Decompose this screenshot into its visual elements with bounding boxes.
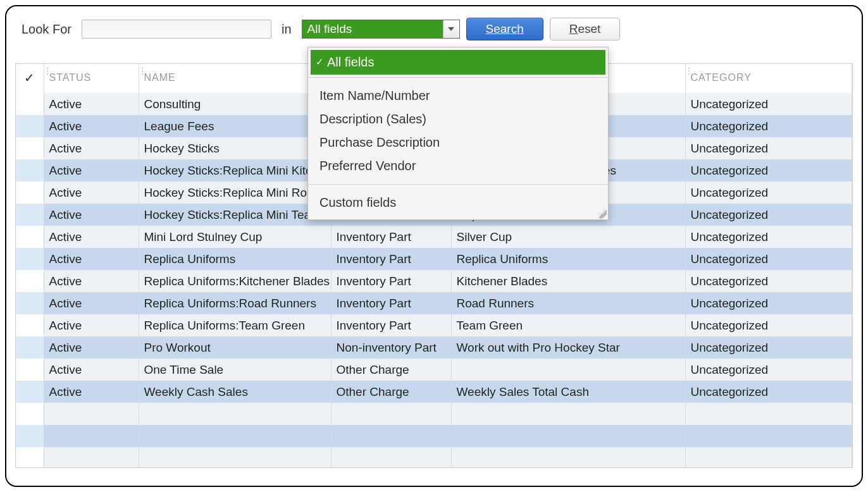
row-check-cell[interactable] xyxy=(16,159,44,181)
cell-status: Active xyxy=(44,248,139,270)
cell-name: One Time Sale xyxy=(139,359,331,381)
cell-description xyxy=(451,425,685,447)
row-check-cell[interactable] xyxy=(16,314,44,336)
cell-type: Inventory Part xyxy=(331,248,451,270)
cell-category: Uncategorized xyxy=(685,137,852,159)
cell-status: Active xyxy=(44,115,139,137)
cell-type: Non-inventory Part xyxy=(331,336,451,359)
row-check-cell[interactable] xyxy=(16,403,44,425)
cell-status: Active xyxy=(44,336,139,359)
cell-name: Replica Uniforms:Road Runners xyxy=(139,292,331,314)
cell-description: Silver Cup xyxy=(451,226,685,248)
cell-name: Replica Uniforms:Kitchener Blades xyxy=(139,270,331,292)
cell-type: Inventory Part xyxy=(331,270,451,292)
in-label: in xyxy=(278,22,295,37)
row-check-cell[interactable] xyxy=(16,381,44,403)
cell-category: Uncategorized xyxy=(685,204,852,226)
row-check-cell[interactable] xyxy=(16,336,44,359)
row-check-cell[interactable] xyxy=(16,270,44,292)
cell-description: Team Green xyxy=(451,314,685,336)
dropdown-item[interactable]: Description (Sales) xyxy=(308,108,608,131)
table-row[interactable]: ActiveReplica Uniforms:Road RunnersInven… xyxy=(16,292,852,314)
col-check[interactable]: ✓ xyxy=(16,64,44,93)
col-status[interactable]: ⋮STATUS xyxy=(44,64,139,93)
dropdown-item[interactable]: Item Name/Number xyxy=(308,84,608,108)
row-check-cell[interactable] xyxy=(16,425,44,447)
cell-category xyxy=(685,447,852,468)
row-check-cell[interactable] xyxy=(16,115,44,137)
cell-status: Active xyxy=(44,226,139,248)
row-check-cell[interactable] xyxy=(16,248,44,270)
table-row[interactable]: ActiveReplica Uniforms:Team GreenInvento… xyxy=(16,314,852,336)
col-category[interactable]: ⋮CATEGORY xyxy=(685,64,852,93)
cell-category: Uncategorized xyxy=(685,336,852,359)
cell-status: Active xyxy=(44,314,139,336)
cell-category: Uncategorized xyxy=(685,226,852,248)
dropdown-item[interactable]: Purchase Description xyxy=(308,131,608,154)
cell-name: Hockey Sticks:Replica Mini Road Runners xyxy=(139,181,331,204)
cell-status xyxy=(44,425,139,447)
cell-category xyxy=(685,403,852,425)
cell-category: Uncategorized xyxy=(685,248,852,270)
search-button-label: Search xyxy=(486,22,524,36)
search-input[interactable] xyxy=(82,20,271,39)
cell-status: Active xyxy=(44,93,139,115)
cell-description: Road Runners xyxy=(451,292,685,314)
table-row[interactable]: ActivePro WorkoutNon-inventory PartWork … xyxy=(16,336,852,359)
cell-description: Weekly Sales Total Cash xyxy=(451,381,685,403)
cell-status: Active xyxy=(44,204,139,226)
cell-category: Uncategorized xyxy=(685,93,852,115)
table-row[interactable]: ActiveReplica UniformsInventory PartRepl… xyxy=(16,248,852,270)
table-row[interactable] xyxy=(16,425,852,447)
search-button[interactable]: Search xyxy=(466,18,543,40)
dropdown-item[interactable]: Preferred Vendor xyxy=(308,154,608,178)
cell-type: Inventory Part xyxy=(331,292,451,314)
cell-type: Other Charge xyxy=(331,381,451,403)
row-check-cell[interactable] xyxy=(16,93,44,115)
table-row[interactable]: ActiveWeekly Cash SalesOther ChargeWeekl… xyxy=(16,381,852,403)
cell-type xyxy=(331,447,451,468)
row-check-cell[interactable] xyxy=(16,226,44,248)
chevron-down-icon[interactable] xyxy=(443,20,459,38)
field-dropdown[interactable]: ✓ All fields Item Name/NumberDescription… xyxy=(307,47,609,220)
dropdown-selected-item[interactable]: ✓ All fields xyxy=(311,50,605,75)
row-check-cell[interactable] xyxy=(16,204,44,226)
reset-button[interactable]: Reset xyxy=(550,18,621,40)
table-row[interactable]: ActiveOne Time SaleOther ChargeUncategor… xyxy=(16,359,852,381)
cell-category: Uncategorized xyxy=(685,359,852,381)
resize-grip-icon[interactable] xyxy=(598,209,607,218)
cell-description xyxy=(451,359,685,381)
cell-status xyxy=(44,447,139,468)
dropdown-item[interactable]: Custom fields xyxy=(308,191,608,214)
cell-description xyxy=(451,447,685,468)
row-check-cell[interactable] xyxy=(16,292,44,314)
col-name[interactable]: ⋮NAME xyxy=(139,64,331,93)
cell-category: Uncategorized xyxy=(685,115,852,137)
look-for-label: Look For xyxy=(22,22,75,37)
dropdown-divider xyxy=(308,77,608,78)
table-row[interactable] xyxy=(16,403,852,425)
cell-description: Replica Uniforms xyxy=(451,248,685,270)
cell-name: Weekly Cash Sales xyxy=(139,381,331,403)
table-row[interactable] xyxy=(16,447,852,468)
dropdown-divider xyxy=(308,184,608,185)
row-check-cell[interactable] xyxy=(16,359,44,381)
cell-category: Uncategorized xyxy=(685,292,852,314)
cell-status: Active xyxy=(44,292,139,314)
cell-name: Hockey Sticks:Replica Mini Kitchener Bla… xyxy=(139,159,331,181)
row-check-cell[interactable] xyxy=(16,447,44,468)
cell-name xyxy=(139,425,331,447)
row-check-cell[interactable] xyxy=(16,181,44,204)
cell-type: Inventory Part xyxy=(331,226,451,248)
cell-category: Uncategorized xyxy=(685,314,852,336)
field-select[interactable]: All fields xyxy=(302,20,460,39)
cell-name xyxy=(139,403,331,425)
row-check-cell[interactable] xyxy=(16,137,44,159)
cell-status: Active xyxy=(44,359,139,381)
cell-status: Active xyxy=(44,270,139,292)
table-row[interactable]: ActiveReplica Uniforms:Kitchener BladesI… xyxy=(16,270,852,292)
table-row[interactable]: ActiveMini Lord Stulney CupInventory Par… xyxy=(16,226,852,248)
cell-category: Uncategorized xyxy=(685,381,852,403)
cell-type: Inventory Part xyxy=(331,314,451,336)
check-icon: ✓ xyxy=(316,56,324,68)
